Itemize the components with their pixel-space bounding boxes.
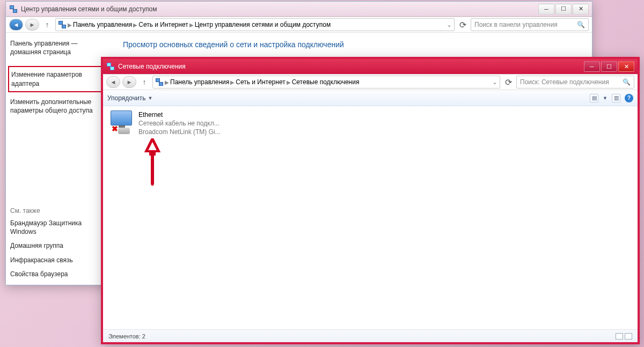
crumb[interactable]: Сетевые подключения [292,78,360,86]
view-options-button[interactable]: ▤ [590,94,598,102]
back-button[interactable]: ◄ [9,19,23,31]
help-button[interactable]: ? [625,94,633,102]
sidebar-seealso-link[interactable]: Брандмауэр Защитника Windows [10,218,109,237]
network-center-icon [9,5,18,13]
search-placeholder: Поиск в панели управления [474,21,558,28]
sidebar-seealso-link[interactable]: Инфракрасная связь [10,255,109,265]
adapter-name: Ethernet [138,110,221,119]
disconnected-icon: ✖ [112,124,118,133]
chevron-down-icon[interactable]: ⌄ [447,21,452,28]
item-count: Элементов: 2 [108,333,145,339]
sidebar-seealso-link[interactable]: Свойства браузера [10,269,109,279]
refresh-button[interactable]: ⟳ [457,20,469,30]
chevron-down-icon[interactable]: ⌄ [492,78,497,86]
chevron-down-icon[interactable]: ▼ [148,95,152,101]
forward-button[interactable]: ► [122,76,136,88]
back-button[interactable]: ◄ [106,76,120,88]
window-title: Центр управления сетями и общим доступом [21,5,534,13]
breadcrumb[interactable]: ▶ Панель управления▶ Сеть и Интернет▶ Це… [55,18,455,31]
search-icon: 🔍 [577,21,585,28]
toolbar: Упорядочить ▼ ▤▼ ▥ ? [103,90,638,106]
network-connections-icon [106,62,115,71]
maximize-button[interactable]: ☐ [601,61,617,72]
crumb[interactable]: Сеть и Интернет [138,21,188,28]
address-bar: ◄ ► ↑ ▶ Панель управления▶ Сеть и Интерн… [103,74,638,90]
titlebar[interactable]: Центр управления сетями и общим доступом… [6,2,592,17]
close-button[interactable]: ✕ [618,61,634,72]
crumb[interactable]: Сеть и Интернет [236,78,285,86]
crumb[interactable]: Центр управления сетями и общим доступом [195,21,331,28]
organize-menu[interactable]: Упорядочить [107,94,145,102]
search-input[interactable]: Поиск в панели управления 🔍 [471,18,589,31]
adapter-status: Сетевой кабель не подкл... [138,119,221,128]
ethernet-adapter-icon: ✖ [108,110,134,134]
sidebar-seealso-link[interactable]: Домашняя группа [10,240,109,251]
forward-button[interactable]: ► [25,19,39,31]
sidebar-adapter-link[interactable]: Изменение параметров адаптера [11,69,108,88]
search-input[interactable]: Поиск: Сетевые подключения 🔍 [516,76,634,88]
window-title: Сетевые подключения [118,63,580,70]
adapter-item-ethernet[interactable]: ✖ Ethernet Сетевой кабель не подкл... Br… [108,110,243,137]
preview-pane-button[interactable]: ▥ [612,94,620,102]
adapter-list[interactable]: ✖ Ethernet Сетевой кабель не подкл... Br… [103,106,638,329]
refresh-button[interactable]: ⟳ [502,77,514,87]
view-mode-buttons[interactable] [616,333,632,339]
page-heading: Просмотр основных сведений о сети и наст… [123,40,582,49]
up-button[interactable]: ↑ [41,19,53,31]
sidebar: Панель управления — домашняя страница Из… [6,33,113,285]
minimize-button[interactable]: ─ [538,4,554,14]
minimize-button[interactable]: ─ [584,61,600,72]
status-bar: Элементов: 2 [103,329,638,342]
search-placeholder: Поиск: Сетевые подключения [520,78,609,86]
location-icon [58,20,67,29]
search-icon: 🔍 [623,78,631,86]
sidebar-home-link[interactable]: Панель управления — домашняя страница [10,38,109,57]
location-icon [155,78,164,86]
address-bar: ◄ ► ↑ ▶ Панель управления▶ Сеть и Интерн… [6,17,592,33]
annotation-highlight: Изменение параметров адаптера [8,66,111,92]
maximize-button[interactable]: ☐ [555,4,572,14]
close-button[interactable]: ✕ [573,4,589,14]
network-connections-window: Сетевые подключения ─ ☐ ✕ ◄ ► ↑ ▶ Панель… [101,57,640,344]
see-also-label: См. также [10,186,109,215]
breadcrumb[interactable]: ▶ Панель управления▶ Сеть и Интернет▶ Се… [152,76,500,88]
sidebar-advanced-link[interactable]: Изменить дополнительные параметры общего… [10,97,109,116]
up-button[interactable]: ↑ [138,76,150,88]
adapter-device: Broadcom NetLink (TM) Gi... [138,128,221,136]
annotation-arrow [142,138,163,189]
crumb[interactable]: Панель управления [170,78,229,86]
crumb[interactable]: Панель управления [73,21,132,28]
titlebar[interactable]: Сетевые подключения ─ ☐ ✕ [103,59,638,74]
